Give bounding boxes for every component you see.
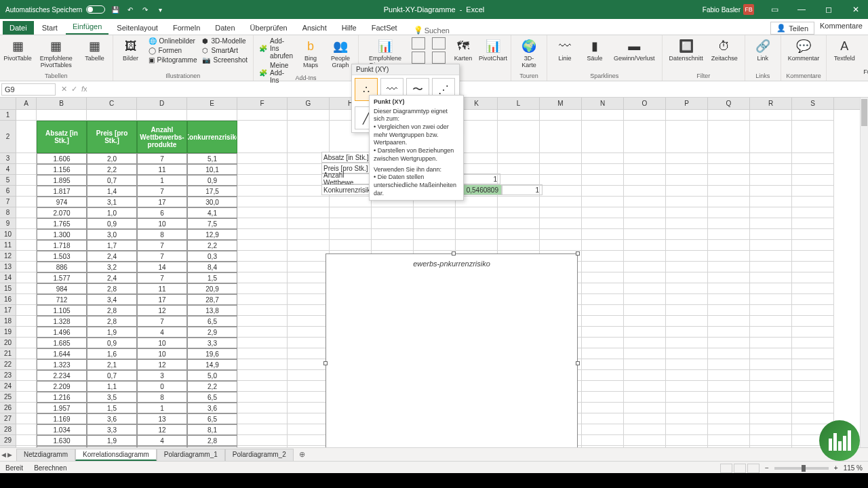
data-cell[interactable]: 6 xyxy=(137,207,187,218)
zoom-in-icon[interactable]: + xyxy=(834,464,838,472)
tab-pagelayout[interactable]: Seitenlayout xyxy=(110,21,165,35)
row-header-12[interactable]: 12 xyxy=(0,251,16,262)
data-cell[interactable]: 4,1 xyxy=(187,207,237,218)
row-header-25[interactable]: 25 xyxy=(0,392,16,403)
data-cell[interactable]: 12 xyxy=(137,424,187,435)
data-cell[interactable]: 6,5 xyxy=(187,316,237,327)
row-header-15[interactable]: 15 xyxy=(0,283,16,294)
smartart-button[interactable]: ⬡ SmartArt xyxy=(201,46,249,55)
data-cell[interactable]: 3,5 xyxy=(87,392,137,403)
data-cell[interactable]: 7 xyxy=(137,240,187,251)
sheet-tab-Korrelationsdiagramm[interactable]: Korrelationsdiagramm xyxy=(75,449,157,461)
sparkline-column-button[interactable]: ▮Säule xyxy=(581,37,608,64)
row-header-24[interactable]: 24 xyxy=(0,381,16,392)
data-cell[interactable]: 30,0 xyxy=(187,197,237,207)
data-cell[interactable]: 7 xyxy=(137,251,187,262)
row-header-8[interactable]: 8 xyxy=(0,207,16,218)
data-cell[interactable]: 1.323 xyxy=(37,359,87,370)
user-badge-icon[interactable]: FB xyxy=(743,4,754,15)
tab-formulas[interactable]: Formeln xyxy=(166,21,207,35)
data-cell[interactable]: 3,6 xyxy=(87,413,137,424)
row-header-20[interactable]: 20 xyxy=(0,338,16,348)
chart-object[interactable]: ewerbs-pnkurrenzrisiko xyxy=(326,253,578,447)
line-chart-icon[interactable] xyxy=(431,37,447,50)
sheet-next-icon[interactable]: ▶ xyxy=(7,451,12,458)
row-header-17[interactable]: 17 xyxy=(0,305,16,316)
data-cell[interactable]: 3,1 xyxy=(87,197,137,207)
row-header-4[interactable]: 4 xyxy=(0,164,16,175)
data-cell[interactable]: 1.216 xyxy=(37,392,87,403)
data-cell[interactable]: 8 xyxy=(137,392,187,403)
data-cell[interactable]: 1,1 xyxy=(87,381,137,392)
headerfooter-button[interactable]: ▤Kopf- und Fußzeile xyxy=(861,37,868,77)
autosave-toggle[interactable]: Automatisches Speichern xyxy=(5,5,105,14)
row-header-10[interactable]: 10 xyxy=(0,229,16,240)
data-cell[interactable]: 1,4 xyxy=(87,186,137,197)
maps-button[interactable]: 🗺Karten xyxy=(450,37,477,64)
ribbon-options-icon[interactable]: ▭ xyxy=(762,0,787,19)
data-cell[interactable]: 1,6 xyxy=(87,348,137,359)
data-cell[interactable]: 0,9 xyxy=(187,175,237,186)
data-cell[interactable]: 0,9 xyxy=(87,218,137,229)
data-cell[interactable]: 1.328 xyxy=(37,316,87,327)
icons-button[interactable]: ▣ Piktogramme xyxy=(147,56,199,64)
col-header-C[interactable]: C xyxy=(87,98,137,109)
data-cell[interactable]: 2,2 xyxy=(187,240,237,251)
get-addins-button[interactable]: 🧩 Add-Ins abrufen xyxy=(258,37,294,60)
table-button[interactable]: ▦Tabelle xyxy=(81,37,108,64)
data-cell[interactable]: 3,3 xyxy=(187,338,237,348)
data-cell[interactable]: 1.034 xyxy=(37,424,87,435)
data-cell[interactable]: 17 xyxy=(137,294,187,305)
data-cell[interactable]: 20,9 xyxy=(187,283,237,294)
data-cell[interactable]: 5,1 xyxy=(187,153,237,164)
data-cell[interactable]: 2,0 xyxy=(87,153,137,164)
textbox-button[interactable]: ATextfeld xyxy=(831,37,858,64)
data-cell[interactable]: 12,9 xyxy=(187,229,237,240)
col-header-S[interactable]: S xyxy=(792,98,834,109)
data-cell[interactable]: 3,3 xyxy=(87,424,137,435)
col-header-B[interactable]: B xyxy=(37,98,87,109)
data-cell[interactable]: 0,7 xyxy=(87,370,137,381)
data-cell[interactable]: 0,3 xyxy=(187,251,237,262)
page-break-view-icon[interactable] xyxy=(747,464,760,473)
data-cell[interactable]: 17 xyxy=(137,197,187,207)
zoom-level[interactable]: 115 % xyxy=(844,464,863,472)
row-header-2[interactable]: 2 xyxy=(0,121,16,153)
data-cell[interactable]: 10 xyxy=(137,218,187,229)
row-header-23[interactable]: 23 xyxy=(0,370,16,381)
col-header-N[interactable]: N xyxy=(582,98,624,109)
minimize-icon[interactable]: — xyxy=(789,0,814,19)
data-cell[interactable]: 1,9 xyxy=(87,435,137,446)
tab-start[interactable]: Start xyxy=(35,21,64,35)
row-header-26[interactable]: 26 xyxy=(0,403,16,413)
redo-icon[interactable]: ↷ xyxy=(140,5,150,14)
data-cell[interactable]: 984 xyxy=(37,283,87,294)
data-cell[interactable]: 12 xyxy=(137,359,187,370)
sparkline-winloss-button[interactable]: ▬Gewinn/Verlust xyxy=(611,37,658,64)
row-header-16[interactable]: 16 xyxy=(0,294,16,305)
data-cell[interactable]: 11 xyxy=(137,283,187,294)
data-cell[interactable]: 2,8 xyxy=(87,316,137,327)
data-cell[interactable]: 1,5 xyxy=(187,272,237,283)
close-icon[interactable]: ✕ xyxy=(844,0,868,19)
data-cell[interactable]: 7 xyxy=(137,316,187,327)
data-cell[interactable]: 5,0 xyxy=(187,370,237,381)
row-header-3[interactable]: 3 xyxy=(0,153,16,164)
3dmap-button[interactable]: 🌍3D-Karte xyxy=(515,37,542,70)
data-cell[interactable]: 2.234 xyxy=(37,370,87,381)
col-header-F[interactable]: F xyxy=(237,98,288,109)
data-cell[interactable]: 1.105 xyxy=(37,305,87,316)
data-cell[interactable]: 7 xyxy=(137,272,187,283)
row-header-7[interactable]: 7 xyxy=(0,197,16,207)
tab-help[interactable]: Hilfe xyxy=(335,21,363,35)
row-header-14[interactable]: 14 xyxy=(0,272,16,283)
row-header-18[interactable]: 18 xyxy=(0,316,16,327)
col-header-P[interactable]: P xyxy=(666,98,708,109)
link-button[interactable]: 🔗Link xyxy=(749,37,776,64)
data-cell[interactable]: 3,0 xyxy=(87,229,137,240)
data-cell[interactable]: 2,4 xyxy=(87,251,137,262)
data-cell[interactable]: 8 xyxy=(137,229,187,240)
data-cell[interactable]: 3,4 xyxy=(87,294,137,305)
people-graph-button[interactable]: 👥People Graph xyxy=(327,37,354,70)
slicer-button[interactable]: 🔲Datenschnitt xyxy=(667,37,706,64)
